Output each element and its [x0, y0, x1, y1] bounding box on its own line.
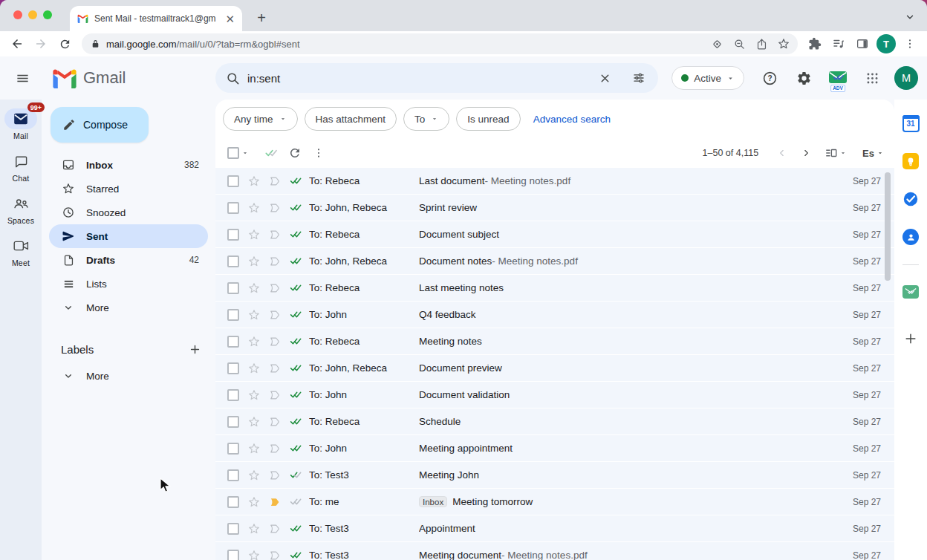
importance-marker-icon[interactable] — [264, 385, 285, 405]
diamond-extension-icon[interactable] — [707, 34, 726, 53]
share-icon[interactable] — [752, 34, 771, 53]
row-checkbox[interactable] — [227, 175, 239, 187]
row-checkbox[interactable] — [227, 389, 239, 401]
forward-button[interactable] — [31, 34, 51, 53]
email-row[interactable]: To: meInboxMeeting tomorrowSep 27 — [215, 489, 894, 515]
star-icon[interactable] — [244, 359, 264, 378]
select-caret-icon[interactable] — [241, 149, 249, 157]
back-button[interactable] — [7, 34, 27, 53]
nav-item-inbox[interactable]: Inbox 382 — [42, 153, 208, 177]
email-row[interactable]: To: RebecaMeeting notesSep 27 — [215, 328, 894, 355]
row-checkbox[interactable] — [227, 416, 239, 428]
email-row[interactable]: To: JohnQ4 feedbackSep 27 — [215, 302, 894, 328]
importance-marker-icon[interactable] — [264, 492, 285, 512]
importance-marker-icon[interactable] — [264, 305, 285, 325]
row-checkbox[interactable] — [227, 362, 239, 374]
help-icon[interactable]: ? — [755, 63, 784, 93]
email-row[interactable]: To: John, RebecaSprint reviewSep 27 — [215, 195, 894, 221]
mailtrack-bulk-icon[interactable] — [259, 141, 283, 165]
side-panel-icon[interactable] — [853, 34, 872, 53]
rail-item-spaces[interactable]: Spaces — [0, 193, 42, 225]
compose-button[interactable]: Compose — [51, 107, 149, 143]
tasks-icon[interactable] — [897, 186, 924, 212]
row-checkbox[interactable] — [227, 496, 239, 508]
get-addons-plus-icon[interactable] — [897, 325, 924, 352]
star-icon[interactable] — [244, 466, 264, 485]
row-checkbox[interactable] — [227, 202, 239, 214]
zoom-out-icon[interactable] — [729, 34, 749, 53]
row-checkbox[interactable] — [227, 523, 239, 535]
row-checkbox[interactable] — [227, 309, 239, 321]
newer-page-chevron-icon[interactable] — [772, 143, 793, 163]
row-checkbox[interactable] — [227, 229, 239, 241]
star-icon[interactable] — [244, 172, 264, 191]
chip-has-attachment[interactable]: Has attachment — [305, 107, 397, 131]
row-checkbox[interactable] — [227, 550, 239, 560]
reload-button[interactable] — [55, 34, 74, 53]
star-icon[interactable] — [244, 519, 264, 538]
importance-marker-icon[interactable] — [264, 332, 285, 351]
importance-marker-icon[interactable] — [264, 279, 285, 298]
importance-marker-icon[interactable] — [264, 439, 285, 458]
older-page-chevron-icon[interactable] — [796, 143, 816, 163]
star-icon[interactable] — [244, 252, 264, 271]
keep-icon[interactable] — [897, 148, 924, 175]
bookmark-star-icon[interactable] — [774, 34, 793, 53]
star-icon[interactable] — [244, 305, 264, 325]
star-icon[interactable] — [244, 546, 264, 560]
importance-marker-icon[interactable] — [264, 198, 285, 218]
search-options-tune-icon[interactable] — [625, 65, 652, 91]
calendar-icon[interactable]: 31 — [897, 110, 924, 137]
nav-item-sent[interactable]: Sent — [49, 224, 208, 248]
importance-marker-icon[interactable] — [264, 412, 285, 432]
star-icon[interactable] — [244, 385, 264, 405]
contacts-icon[interactable] — [897, 224, 924, 250]
mailtrack-extension-icon[interactable]: ADV — [823, 63, 853, 93]
search-icon[interactable] — [226, 71, 240, 85]
input-tools-selector[interactable]: Es — [862, 148, 884, 159]
email-row[interactable]: To: John, RebecaDocument notes - Meeting… — [215, 248, 894, 275]
advanced-search-link[interactable]: Advanced search — [533, 114, 611, 125]
chip-to[interactable]: To — [403, 107, 449, 131]
close-window-button[interactable] — [13, 10, 22, 19]
tab-search-chevron-icon[interactable] — [905, 12, 915, 22]
importance-marker-icon[interactable] — [264, 546, 285, 560]
clear-search-icon[interactable] — [591, 65, 618, 91]
rail-item-meet[interactable]: Meet — [0, 235, 42, 267]
nav-item-starred[interactable]: Starred — [42, 177, 208, 201]
importance-marker-icon[interactable] — [264, 252, 285, 271]
search-bar[interactable] — [215, 63, 658, 93]
browser-profile-avatar[interactable]: T — [876, 34, 896, 53]
importance-marker-icon[interactable] — [264, 225, 285, 244]
browser-tab[interactable]: Sent Mail - testmailtrack1@gm ✕ — [70, 6, 242, 31]
email-row[interactable]: To: RebecaLast document - Meeting notes.… — [215, 168, 894, 195]
chip-is-unread[interactable]: Is unread — [456, 107, 520, 131]
star-icon[interactable] — [244, 439, 264, 458]
row-checkbox[interactable] — [227, 255, 239, 267]
importance-marker-icon[interactable] — [264, 466, 285, 485]
row-checkbox[interactable] — [227, 443, 239, 455]
address-bar[interactable]: mail.google.com/mail/u/0/?tab=rm&ogbl#se… — [82, 33, 798, 54]
minimize-window-button[interactable] — [28, 10, 37, 19]
media-controls-icon[interactable] — [829, 34, 848, 53]
rail-item-mail[interactable]: 99+ Mail — [0, 108, 42, 140]
star-icon[interactable] — [244, 492, 264, 512]
importance-marker-icon[interactable] — [264, 519, 285, 538]
more-options-kebab-icon[interactable] — [307, 141, 331, 165]
extensions-puzzle-icon[interactable] — [805, 34, 824, 53]
select-all-checkbox[interactable] — [227, 147, 239, 159]
google-apps-grid-icon[interactable] — [857, 63, 887, 93]
account-avatar[interactable]: M — [894, 66, 918, 90]
email-row[interactable]: To: RebecaScheduleSep 27 — [215, 408, 894, 435]
nav-item-drafts[interactable]: Drafts 42 — [42, 248, 208, 272]
email-row[interactable]: To: JohnDocument validationSep 27 — [215, 382, 894, 408]
star-icon[interactable] — [244, 225, 264, 244]
search-input[interactable] — [247, 72, 584, 85]
main-menu-hamburger-icon[interactable] — [4, 60, 40, 96]
scrollbar-thumb[interactable] — [885, 172, 891, 281]
tab-close-icon[interactable]: ✕ — [225, 13, 235, 25]
email-row[interactable]: To: RebecaDocument subjectSep 27 — [215, 221, 894, 248]
email-row[interactable]: To: Test3AppointmentSep 27 — [215, 515, 894, 542]
new-tab-button[interactable]: + — [251, 7, 272, 28]
importance-marker-icon[interactable] — [264, 359, 285, 378]
